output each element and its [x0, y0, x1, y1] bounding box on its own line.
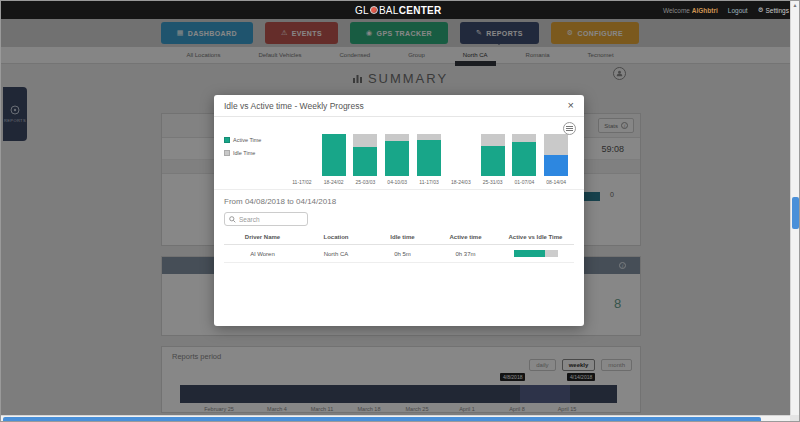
active-segment — [353, 147, 377, 176]
table-header-row: Driver Name Location Idle time Active ti… — [224, 230, 574, 245]
close-icon[interactable]: × — [568, 100, 574, 111]
col-idle-time: Idle time — [371, 230, 434, 245]
idle-segment — [353, 134, 377, 147]
horizontal-scroll-thumb[interactable] — [3, 417, 761, 422]
col-location: Location — [301, 230, 371, 245]
date-range-label: From 04/08/2018 to 04/14/2018 — [214, 189, 584, 210]
topbar: GL BAL CENTER Welcome AlGhbtri Logout ⚙ … — [1, 1, 799, 19]
x-axis-label: 11-17/02 — [292, 179, 311, 185]
active-segment — [322, 134, 346, 176]
active-time-cell: 0h 37m — [434, 245, 497, 263]
active-segment — [544, 155, 568, 176]
driver-name-cell: Al Woren — [224, 245, 301, 263]
idle-time-cell: 0h 5m — [371, 245, 434, 263]
chart-column[interactable]: 11-17/02 — [286, 127, 318, 185]
idle-segment — [481, 134, 505, 146]
x-axis-label: 18-24/03 — [451, 179, 471, 185]
x-axis-label: 01-07/04 — [514, 179, 534, 185]
col-driver-name: Driver Name — [224, 230, 301, 245]
ratio-bar — [514, 250, 558, 257]
drivers-table: Driver Name Location Idle time Active ti… — [224, 230, 574, 263]
gear-icon: ⚙ — [758, 6, 764, 14]
active-segment — [512, 142, 536, 176]
welcome-text: Welcome AlGhbtri — [663, 7, 718, 14]
app-window: GL BAL CENTER Welcome AlGhbtri Logout ⚙ … — [0, 0, 800, 422]
modal-header: Idle vs Active time - Weekly Progress × — [214, 95, 584, 117]
chart-column[interactable]: 08-14/04 — [540, 127, 572, 185]
welcome-label: Welcome — [663, 7, 690, 14]
chart-columns: 11-17/0218-24/0225-03/0304-10/0311-17/03… — [286, 127, 572, 185]
horizontal-scrollbar[interactable] — [1, 415, 792, 422]
active-segment — [385, 141, 409, 176]
chart-export-menu-icon[interactable] — [563, 122, 576, 135]
logo-text-bal: BAL — [379, 5, 399, 16]
legend-label: Active Time — [233, 137, 261, 143]
vertical-scrollbar[interactable]: ▲ — [790, 1, 799, 415]
scrollbar-corner — [790, 415, 799, 422]
vertical-scroll-thumb[interactable] — [792, 197, 799, 229]
location-cell: North CA — [301, 245, 371, 263]
chart-column[interactable]: 11-17/03 — [413, 127, 445, 185]
chart-column[interactable]: 01-07/04 — [508, 127, 540, 185]
legend-active-time[interactable]: Active Time — [224, 137, 286, 143]
weekly-chart: Active Time Idle Time 11-17/0218-24/0225… — [214, 117, 584, 185]
chart-column[interactable]: 04-10/03 — [381, 127, 413, 185]
chart-column[interactable]: 18-24/03 — [445, 127, 477, 185]
active-segment — [481, 146, 505, 176]
globe-icon — [370, 6, 378, 14]
search-icon — [229, 216, 236, 223]
col-active-vs-idle: Active vs Idle Time — [497, 230, 574, 245]
search-box[interactable] — [224, 212, 308, 226]
idle-segment — [544, 134, 568, 155]
x-axis-label: 25-03/03 — [356, 179, 376, 185]
modal-title: Idle vs Active time - Weekly Progress — [224, 101, 364, 111]
search-input[interactable] — [239, 216, 299, 223]
idle-segment — [512, 134, 536, 142]
logout-link[interactable]: Logout — [728, 7, 748, 14]
legend-label: Idle Time — [233, 150, 255, 156]
active-segment — [417, 140, 441, 176]
chart-column[interactable]: 25-31/03 — [477, 127, 509, 185]
active-time-swatch — [224, 137, 230, 143]
globalcenter-logo: GL BAL CENTER — [355, 1, 442, 19]
x-axis-label: 08-14/04 — [546, 179, 566, 185]
x-axis-label: 04-10/03 — [387, 179, 407, 185]
table-row[interactable]: Al Woren North CA 0h 5m 0h 37m — [224, 245, 574, 263]
username: AlGhbtri — [692, 7, 718, 14]
weekly-progress-modal: Idle vs Active time - Weekly Progress × … — [214, 95, 584, 326]
scroll-up-arrow[interactable]: ▲ — [791, 1, 799, 9]
chart-legend: Active Time Idle Time — [224, 127, 286, 185]
logo-text-center: CENTER — [399, 5, 442, 16]
legend-idle-time[interactable]: Idle Time — [224, 150, 286, 156]
x-axis-label: 25-31/03 — [483, 179, 503, 185]
col-active-time: Active time — [434, 230, 497, 245]
chart-column[interactable]: 18-24/02 — [318, 127, 350, 185]
settings-link[interactable]: ⚙ Settings — [758, 6, 789, 14]
chart-column[interactable]: 25-03/03 — [350, 127, 382, 185]
idle-segment — [385, 134, 409, 141]
x-axis-label: 11-17/03 — [419, 179, 438, 185]
x-axis-label: 18-24/02 — [324, 179, 344, 185]
ratio-cell — [497, 245, 574, 263]
ratio-bar-fill — [514, 250, 546, 257]
logo-text-gl: GL — [355, 5, 369, 16]
idle-time-swatch — [224, 150, 230, 156]
settings-label: Settings — [766, 7, 790, 14]
topbar-links: Welcome AlGhbtri Logout ⚙ Settings — [663, 1, 789, 19]
